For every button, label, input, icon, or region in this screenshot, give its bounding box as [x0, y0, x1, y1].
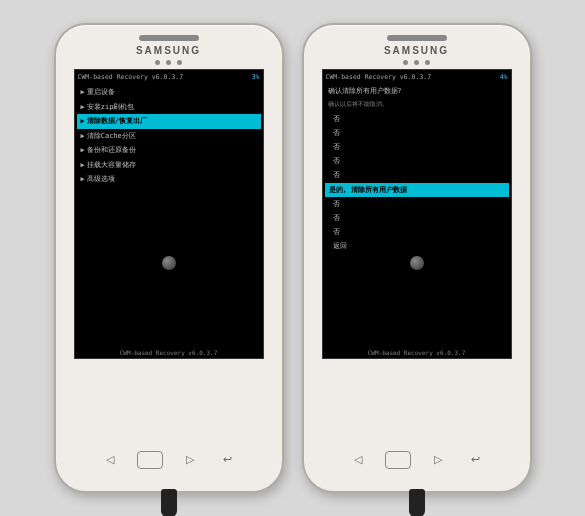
nav-back-right[interactable]: ◁ — [347, 451, 369, 467]
phone-left: SAMSUNG CWM-based Recovery v6.0.3.7 3% ▶… — [54, 23, 284, 493]
dot-2 — [166, 60, 171, 65]
usb-cable-right — [409, 489, 425, 516]
dialog-opt-5[interactable]: 是的, 清除所有用户数据 — [325, 183, 509, 197]
menu-item-2[interactable]: ▶清除数据/恢复出厂 — [77, 114, 261, 129]
nav-return-left[interactable]: ↩ — [217, 451, 239, 467]
menu-item-3[interactable]: ▶清除Cache分区 — [77, 129, 261, 144]
dialog-title: 确认清除所有用户数据? — [325, 85, 509, 98]
nav-home-right[interactable] — [385, 451, 411, 469]
battery-right: 4% — [500, 73, 508, 81]
menu-item-1[interactable]: ▶安装zip刷机包 — [77, 100, 261, 115]
nav-buttons-right: ◁ ▷ ↩ — [347, 451, 487, 469]
cwm-version-left: CWM-based Recovery v6.0.3.7 — [78, 73, 184, 81]
dots-left — [155, 60, 182, 65]
menu-item-6[interactable]: ▶高级选项 — [77, 172, 261, 187]
phone-right: SAMSUNG CWM-based Recovery v6.0.3.7 4% 确… — [302, 23, 532, 493]
dialog-opt-7[interactable]: 否 — [325, 211, 509, 225]
dialog-opt-2[interactable]: 否 — [325, 140, 509, 154]
dot-r3 — [425, 60, 430, 65]
trackball-left — [162, 256, 176, 270]
dialog-opt-3[interactable]: 否 — [325, 155, 509, 169]
dot-r2 — [414, 60, 419, 65]
dialog-opt-6[interactable]: 否 — [325, 197, 509, 211]
dot-1 — [155, 60, 160, 65]
nav-buttons-left: ◁ ▷ ↩ — [99, 451, 239, 469]
cwm-version-right: CWM-based Recovery v6.0.3.7 — [326, 73, 432, 81]
nav-return-right[interactable]: ↩ — [465, 451, 487, 467]
dialog-opt-0[interactable]: 否 — [325, 112, 509, 126]
phone-top-right: SAMSUNG — [304, 25, 530, 69]
speaker-right — [387, 35, 447, 41]
usb-cable-left — [161, 489, 177, 516]
screen-right: CWM-based Recovery v6.0.3.7 4% 确认清除所有用户数… — [322, 69, 512, 359]
dialog-opt-9[interactable]: 返回 — [325, 240, 509, 254]
nav-menu-right[interactable]: ▷ — [427, 451, 449, 467]
nav-home-left[interactable] — [137, 451, 163, 469]
nav-menu-left[interactable]: ▷ — [179, 451, 201, 467]
brand-left: SAMSUNG — [136, 45, 201, 56]
screen-header-right: CWM-based Recovery v6.0.3.7 4% — [325, 73, 509, 81]
menu-item-5[interactable]: ▶挂载大容量储存 — [77, 158, 261, 173]
trackball-right — [410, 256, 424, 270]
dialog-subtitle: 确认以后将不能取消. — [325, 100, 509, 109]
dialog-opt-4[interactable]: 否 — [325, 169, 509, 183]
battery-left: 3% — [252, 73, 260, 81]
screen-content-right: CWM-based Recovery v6.0.3.7 4% 确认清除所有用户数… — [323, 70, 511, 358]
dialog-opt-1[interactable]: 否 — [325, 126, 509, 140]
dialog-opt-8[interactable]: 否 — [325, 226, 509, 240]
nav-back-left[interactable]: ◁ — [99, 451, 121, 467]
footer-right: CWM-based Recovery v6.0.3.7 — [325, 349, 509, 356]
phone-bottom-right: ◁ ▷ ↩ — [304, 359, 530, 491]
screen-header-left: CWM-based Recovery v6.0.3.7 3% — [77, 73, 261, 81]
menu-item-0[interactable]: ▶重启设备 — [77, 85, 261, 100]
phone-bottom-left: ◁ ▷ ↩ — [56, 359, 282, 491]
brand-right: SAMSUNG — [384, 45, 449, 56]
footer-left: CWM-based Recovery v6.0.3.7 — [77, 349, 261, 356]
menu-item-4[interactable]: ▶备份和还原备份 — [77, 143, 261, 158]
main-container: SAMSUNG CWM-based Recovery v6.0.3.7 3% ▶… — [34, 13, 552, 503]
dot-3 — [177, 60, 182, 65]
screen-content-left: CWM-based Recovery v6.0.3.7 3% ▶重启设备 ▶安装… — [75, 70, 263, 358]
dot-r1 — [403, 60, 408, 65]
screen-left: CWM-based Recovery v6.0.3.7 3% ▶重启设备 ▶安装… — [74, 69, 264, 359]
dots-right — [403, 60, 430, 65]
speaker-left — [139, 35, 199, 41]
phone-top-left: SAMSUNG — [56, 25, 282, 69]
